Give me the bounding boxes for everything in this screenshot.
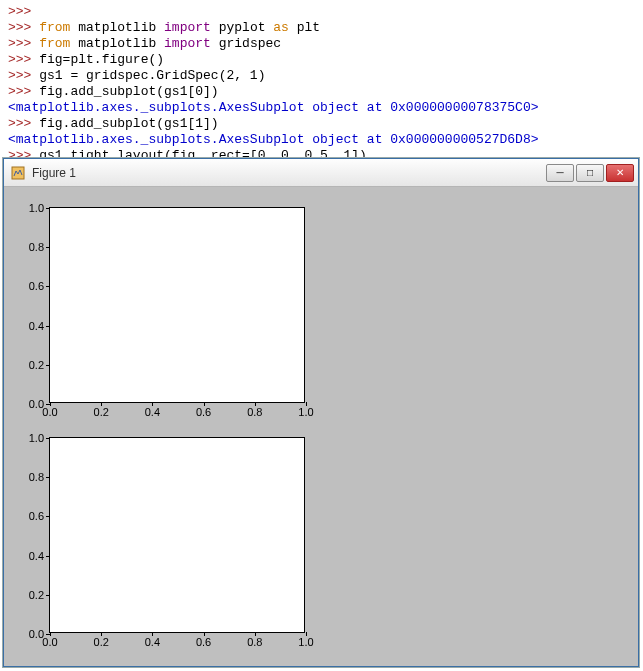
x-tick-label: 0.8 <box>247 406 262 418</box>
subplot-0: 0.00.20.40.60.81.00.00.20.40.60.81.0 <box>49 207 305 403</box>
window-controls: ─ □ ✕ <box>544 164 634 182</box>
y-tick-label: 0.4 <box>29 320 44 332</box>
maximize-button[interactable]: □ <box>576 164 604 182</box>
y-tick-label: 0.8 <box>29 471 44 483</box>
console-line: >>> fig.add_subplot(gs1[0]) <box>8 84 635 100</box>
code-segment: gs1 = gridspec.GridSpec(2, 1) <box>39 68 265 83</box>
figure-window: Figure 1 ─ □ ✕ 0.00.20.40.60.81.00.00.20… <box>3 158 639 667</box>
code-segment: import <box>164 20 211 35</box>
maximize-icon: □ <box>587 167 593 178</box>
console-line: <matplotlib.axes._subplots.AxesSubplot o… <box>8 132 635 148</box>
console-line: >>> <box>8 4 635 20</box>
x-tick-label: 0.2 <box>94 406 109 418</box>
code-segment: from <box>39 36 70 51</box>
code-segment: >>> <box>8 84 39 99</box>
y-tickmark <box>46 286 50 287</box>
y-tickmark <box>46 516 50 517</box>
code-segment: fig.add_subplot(gs1[0]) <box>39 84 218 99</box>
code-segment: <matplotlib.axes._subplots.AxesSubplot o… <box>8 132 539 147</box>
code-segment: matplotlib <box>70 36 164 51</box>
console-line: <matplotlib.axes._subplots.AxesSubplot o… <box>8 100 635 116</box>
console-line: >>> from matplotlib import pyplot as plt <box>8 20 635 36</box>
titlebar[interactable]: Figure 1 ─ □ ✕ <box>4 159 638 187</box>
close-button[interactable]: ✕ <box>606 164 634 182</box>
y-tickmark <box>46 208 50 209</box>
code-segment: from <box>39 20 70 35</box>
x-tick-label: 0.0 <box>42 636 57 648</box>
y-tick-label: 1.0 <box>29 202 44 214</box>
subplot-1: 0.00.20.40.60.81.00.00.20.40.60.81.0 <box>49 437 305 633</box>
y-tickmark <box>46 247 50 248</box>
x-tick-label: 0.0 <box>42 406 57 418</box>
code-segment: fig=plt.figure() <box>39 52 164 67</box>
x-tick-label: 0.6 <box>196 406 211 418</box>
console-line: >>> from matplotlib import gridspec <box>8 36 635 52</box>
y-tickmark <box>46 365 50 366</box>
console-line: >>> fig=plt.figure() <box>8 52 635 68</box>
minimize-icon: ─ <box>556 167 563 178</box>
console-line: >>> fig.add_subplot(gs1[1]) <box>8 116 635 132</box>
code-segment: fig.add_subplot(gs1[1]) <box>39 116 218 131</box>
code-segment: gridspec <box>211 36 281 51</box>
y-tickmark <box>46 477 50 478</box>
code-segment: >>> <box>8 4 31 19</box>
code-segment: as <box>273 20 289 35</box>
figure-canvas: 0.00.20.40.60.81.00.00.20.40.60.81.00.00… <box>4 187 638 666</box>
console-line: >>> gs1 = gridspec.GridSpec(2, 1) <box>8 68 635 84</box>
x-tick-label: 0.4 <box>145 636 160 648</box>
code-segment: >>> <box>8 68 39 83</box>
y-tick-label: 0.2 <box>29 589 44 601</box>
window-title: Figure 1 <box>32 166 544 180</box>
y-tickmark <box>46 326 50 327</box>
y-tick-label: 0.6 <box>29 280 44 292</box>
x-tick-label: 0.8 <box>247 636 262 648</box>
y-tickmark <box>46 595 50 596</box>
y-tickmark <box>46 438 50 439</box>
y-tick-label: 1.0 <box>29 432 44 444</box>
code-segment: >>> <box>8 52 39 67</box>
x-tick-label: 0.4 <box>145 406 160 418</box>
x-tick-label: 1.0 <box>298 636 313 648</box>
y-tick-label: 0.8 <box>29 241 44 253</box>
code-segment: >>> <box>8 20 39 35</box>
x-tick-label: 0.6 <box>196 636 211 648</box>
code-segment: >>> <box>8 116 39 131</box>
code-segment: <matplotlib.axes._subplots.AxesSubplot o… <box>8 100 539 115</box>
close-icon: ✕ <box>616 167 624 178</box>
minimize-button[interactable]: ─ <box>546 164 574 182</box>
code-segment: import <box>164 36 211 51</box>
code-segment: plt <box>289 20 320 35</box>
code-segment: pyplot <box>211 20 273 35</box>
code-segment: matplotlib <box>70 20 164 35</box>
y-tick-label: 0.4 <box>29 550 44 562</box>
y-tick-label: 0.6 <box>29 510 44 522</box>
y-tick-label: 0.2 <box>29 359 44 371</box>
app-icon <box>10 165 26 181</box>
x-tick-label: 0.2 <box>94 636 109 648</box>
y-tickmark <box>46 556 50 557</box>
x-tick-label: 1.0 <box>298 406 313 418</box>
code-segment: >>> <box>8 36 39 51</box>
